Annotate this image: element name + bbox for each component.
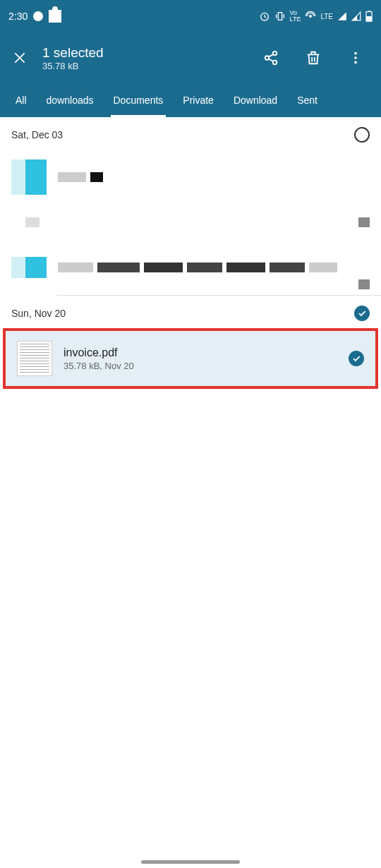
list-item[interactable] xyxy=(0,240,381,295)
tab-downloads[interactable]: downloads xyxy=(37,83,104,117)
vibrate-icon xyxy=(274,11,286,22)
redacted-content xyxy=(358,217,370,227)
alarm-icon xyxy=(259,11,270,22)
share-icon xyxy=(263,50,279,66)
file-thumbnail xyxy=(11,257,47,278)
file-meta: 35.78 kB, Nov 20 xyxy=(64,361,337,371)
share-button[interactable] xyxy=(257,44,285,72)
svg-point-9 xyxy=(354,52,357,55)
file-thumbnail xyxy=(11,159,47,195)
redacted-content xyxy=(358,279,370,289)
highlighted-item: invoice.pdf 35.78 kB, Nov 20 xyxy=(3,328,378,389)
home-indicator[interactable] xyxy=(141,860,240,864)
volte-icon: VoLTE xyxy=(290,10,301,23)
file-thumbnail xyxy=(25,217,40,227)
list-item[interactable] xyxy=(0,150,381,205)
redacted-content xyxy=(58,172,370,182)
delete-button[interactable] xyxy=(299,44,327,72)
select-all-circle[interactable] xyxy=(354,127,370,143)
status-bar: 2:30 VoLTE LTE xyxy=(0,0,381,32)
select-all-check[interactable] xyxy=(354,306,370,321)
svg-point-2 xyxy=(309,15,312,18)
more-vert-icon xyxy=(348,50,363,66)
close-icon xyxy=(13,51,27,65)
trash-icon xyxy=(306,50,321,66)
more-button[interactable] xyxy=(341,44,370,72)
signal-icon xyxy=(337,11,347,21)
svg-point-10 xyxy=(354,56,357,59)
svg-point-11 xyxy=(354,61,357,64)
tab-sent[interactable]: Sent xyxy=(287,83,327,117)
check-icon xyxy=(357,308,367,318)
svg-rect-1 xyxy=(278,13,282,20)
battery-icon xyxy=(365,11,373,22)
list-item[interactable] xyxy=(0,205,381,240)
svg-point-8 xyxy=(273,61,277,65)
svg-point-6 xyxy=(273,52,277,56)
redacted-content xyxy=(58,263,370,272)
date-label: Sat, Dec 03 xyxy=(11,129,63,140)
status-icons: VoLTE LTE xyxy=(259,10,373,23)
check-icon xyxy=(351,354,361,363)
tab-bar: All downloads Documents Private Download… xyxy=(0,83,381,117)
file-name: invoice.pdf xyxy=(64,346,337,359)
tab-documents[interactable]: Documents xyxy=(104,83,174,117)
svg-rect-4 xyxy=(366,16,372,21)
date-label: Sun, Nov 20 xyxy=(11,308,66,319)
puzzle-icon xyxy=(49,10,61,23)
selection-title: 1 selected xyxy=(42,45,243,61)
svg-rect-5 xyxy=(368,11,370,12)
date-group-header[interactable]: Sat, Dec 03 xyxy=(0,117,381,150)
selection-subtitle: 35.78 kB xyxy=(42,61,243,71)
file-thumbnail xyxy=(17,341,52,376)
status-dot-icon xyxy=(33,11,43,21)
tab-all[interactable]: All xyxy=(6,83,37,117)
close-button[interactable] xyxy=(11,49,28,66)
hotspot-icon xyxy=(305,11,316,22)
date-group-header[interactable]: Sun, Nov 20 xyxy=(0,296,381,328)
svg-point-7 xyxy=(265,56,270,60)
tab-download[interactable]: Download xyxy=(224,83,287,117)
tab-private[interactable]: Private xyxy=(173,83,224,117)
list-item[interactable]: invoice.pdf 35.78 kB, Nov 20 xyxy=(6,331,375,386)
status-time: 2:30 xyxy=(8,11,28,22)
network-label: LTE xyxy=(320,13,333,20)
item-check[interactable] xyxy=(349,351,364,366)
signal-icon-2 xyxy=(351,11,361,21)
